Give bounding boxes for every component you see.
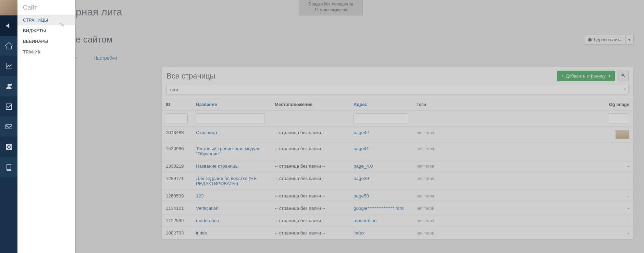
- page-name-link[interactable]: 123: [196, 193, 204, 198]
- cell-location: -- страница без папки --: [271, 172, 349, 190]
- og-dash: -: [628, 230, 630, 236]
- table-row[interactable]: 1002703index-- страница без папки --inde…: [162, 227, 633, 239]
- tags-input[interactable]: [166, 85, 629, 95]
- filter-name[interactable]: [196, 113, 264, 123]
- page-address-link[interactable]: index: [354, 230, 364, 236]
- page-name-link[interactable]: Тестовый тренинг для модуля "Обучение": [196, 146, 261, 156]
- cell-tags: нет тегов: [417, 130, 434, 135]
- filter-address[interactable]: [354, 113, 408, 123]
- tab-settings[interactable]: Настройки: [94, 55, 131, 61]
- pages-panel: Все страницы + Добавить страницу ▾ ×: [161, 67, 634, 240]
- flyout-item-traffic[interactable]: ТРАФИК: [17, 47, 75, 57]
- table-row[interactable]: 1268539123-- страница без папки --page50…: [162, 190, 633, 202]
- page-name-link[interactable]: Verification: [196, 206, 219, 211]
- plus-icon: +: [561, 73, 564, 79]
- og-dash: -: [628, 146, 630, 151]
- cell-tags: нет тегов: [417, 146, 434, 151]
- page-name-link[interactable]: Название страницы: [196, 164, 238, 169]
- flyout-menu: Сайт СТРАНИЦЫ ВИДЖЕТЫ ВЕБИНАРЫ ТРАФИК: [17, 0, 75, 253]
- cell-tags: нет тегов: [417, 164, 434, 169]
- flyout-item-webinars[interactable]: ВЕБИНАРЫ: [17, 36, 75, 47]
- cell-id: 1134101: [162, 202, 192, 215]
- cell-id: 1122599: [162, 215, 192, 227]
- cell-location: -- страница без папки --: [271, 227, 349, 239]
- sidebar-check-icon[interactable]: [0, 96, 17, 117]
- col-name[interactable]: Название: [192, 98, 271, 111]
- filter-id[interactable]: [166, 113, 188, 123]
- sidebar-chart-icon[interactable]: [0, 56, 17, 76]
- col-og: Og Image: [605, 98, 633, 111]
- flyout-title: Сайт: [17, 0, 75, 15]
- sidebar-speaker-icon[interactable]: [0, 15, 17, 36]
- page-address-link[interactable]: page_4.0: [354, 164, 373, 169]
- table-row[interactable]: 1134101Verification-- страница без папки…: [162, 202, 633, 215]
- page-subtitle: е сайтом: [76, 34, 113, 45]
- col-address[interactable]: Адрес: [349, 98, 412, 111]
- tags-clear-button[interactable]: ×: [621, 85, 629, 93]
- og-dash: -: [628, 218, 630, 223]
- page-address-link[interactable]: page42: [354, 130, 369, 135]
- col-id[interactable]: ID: [162, 98, 192, 111]
- avatar[interactable]: [0, 0, 17, 15]
- cell-id: 2018483: [162, 126, 192, 143]
- icon-sidebar: [0, 0, 17, 253]
- tree-button-group: Дерево сайта ▾: [584, 35, 634, 45]
- table-row[interactable]: 2018483Страница-- страница без папки --p…: [162, 126, 633, 143]
- sidebar-phone-icon[interactable]: [0, 157, 17, 177]
- add-page-button[interactable]: + Добавить страницу ▾: [557, 71, 615, 81]
- page-address-link[interactable]: page39: [354, 176, 369, 181]
- og-thumbnail: [616, 130, 629, 139]
- wrench-icon: [621, 73, 626, 78]
- sidebar-gear-box-icon[interactable]: [0, 137, 17, 157]
- og-dash: -: [628, 206, 630, 211]
- page-address-link[interactable]: moderation: [354, 218, 377, 223]
- cell-id: 1530986: [162, 143, 192, 160]
- page-name-link[interactable]: Для задания по верстке (НЕ РЕДАКТИРОВАТЬ…: [196, 176, 257, 186]
- table-row[interactable]: 1338219Название страницы-- страница без …: [162, 160, 633, 172]
- cell-id: 1338219: [162, 160, 192, 172]
- chevron-down-icon: ▾: [628, 37, 631, 42]
- cell-id: 1289771: [162, 172, 192, 190]
- settings-button[interactable]: [618, 71, 629, 81]
- chevron-down-icon: ▾: [609, 74, 610, 78]
- og-dash: -: [628, 164, 630, 169]
- sidebar-house-icon[interactable]: [0, 36, 17, 56]
- flyout-item-pages[interactable]: СТРАНИЦЫ: [17, 15, 75, 25]
- sidebar-users-icon[interactable]: [0, 76, 17, 96]
- cell-tags: нет тегов: [417, 206, 434, 211]
- tab-folders-hidden: г: [76, 56, 77, 61]
- cell-id: 1002703: [162, 227, 192, 239]
- table-row[interactable]: 1122599moderation-- страница без папки -…: [162, 215, 633, 227]
- filter-row: [162, 111, 633, 126]
- content-area: 5 задач без менеджера 11 у менеджеров рн…: [17, 0, 644, 253]
- col-location: Местоположение: [271, 98, 349, 111]
- og-dash: -: [628, 176, 630, 181]
- cell-id: 1268539: [162, 190, 192, 202]
- table-row[interactable]: 1289771Для задания по верстке (НЕ РЕДАКТ…: [162, 172, 633, 190]
- task-banner[interactable]: 5 задач без менеджера 11 у менеджеров: [298, 0, 363, 15]
- cell-location: -- страница без папки --: [271, 143, 349, 160]
- page-address-link[interactable]: page41: [354, 146, 369, 151]
- table-row[interactable]: 1530986Тестовый тренинг для модуля "Обуч…: [162, 143, 633, 160]
- cell-tags: нет тегов: [417, 176, 434, 181]
- filter-og[interactable]: [609, 113, 629, 123]
- tree-button-dropdown[interactable]: ▾: [626, 35, 634, 45]
- cell-tags: нет тегов: [417, 194, 434, 198]
- tree-button[interactable]: Дерево сайта: [584, 35, 626, 45]
- tree-button-label: Дерево сайта: [594, 37, 622, 42]
- page-name-link[interactable]: Страница: [196, 130, 217, 135]
- flyout-item-widgets[interactable]: ВИДЖЕТЫ: [17, 25, 75, 36]
- sidebar-mail-icon[interactable]: [0, 117, 17, 137]
- cell-location: -- страница без папки --: [271, 215, 349, 227]
- banner-line1: 5 задач без менеджера: [308, 1, 353, 7]
- cell-location: -- страница без папки --: [271, 126, 349, 143]
- banner-line2: 11 у менеджеров: [308, 7, 353, 13]
- page-address-link[interactable]: google***************.html: [354, 206, 405, 211]
- cell-location: -- страница без папки --: [271, 190, 349, 202]
- page-name-link[interactable]: index: [196, 230, 207, 236]
- cell-location: -- страница без папки --: [271, 160, 349, 172]
- pages-table: ID Название Местоположение Адрес Теги Og…: [162, 98, 633, 239]
- page-name-link[interactable]: moderation: [196, 218, 219, 223]
- page-address-link[interactable]: page50: [354, 193, 369, 198]
- cell-location: -- страница без папки --: [271, 202, 349, 215]
